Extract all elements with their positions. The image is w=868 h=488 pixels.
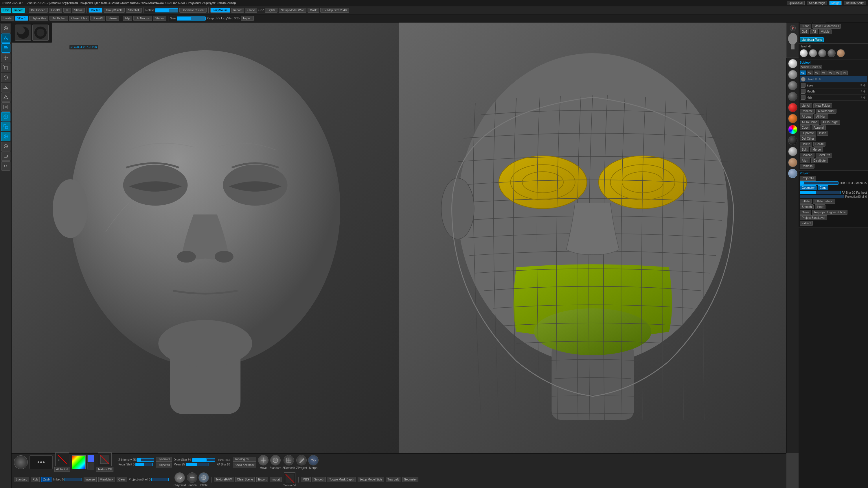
make-poly-btn[interactable]: Make PolyMesh3D — [812, 24, 841, 29]
menu-preferences[interactable]: Preferences — [112, 2, 128, 5]
rgb-btn[interactable]: Rgb — [31, 477, 40, 482]
clear-scene-btn[interactable]: Clear Scene — [235, 477, 255, 482]
hide-pt-btn[interactable]: HidePt — [49, 8, 62, 13]
geometry-btn[interactable]: Geometry — [800, 185, 816, 190]
auto-reorder-btn[interactable]: AutoReorder — [816, 109, 836, 113]
alpha-preview[interactable]: α — [55, 452, 69, 466]
view-mask-btn[interactable]: ViewMask — [98, 477, 115, 482]
double-btn[interactable]: Double — [89, 8, 102, 13]
starter-btn[interactable]: Starter — [153, 16, 166, 21]
uv-groups-btn[interactable]: Uv Groups — [133, 16, 152, 21]
dynamics-btn[interactable]: Dynamics — [156, 457, 172, 462]
standard-btn2[interactable]: Standard — [14, 477, 29, 482]
sidebar-local[interactable] — [1, 112, 10, 122]
pa-blur-slider[interactable] — [800, 191, 840, 194]
tray-left-btn[interactable]: Tray Left — [386, 477, 400, 482]
subtool-hair-gear[interactable]: ⚙ — [863, 96, 866, 99]
dist-rp-slider[interactable] — [800, 181, 838, 185]
backface-mask-btn[interactable]: BackFaceMask — [233, 462, 256, 467]
menu-move[interactable]: Move — [144, 2, 151, 5]
clone-tool-btn[interactable]: Clone — [800, 24, 811, 29]
lightbox-btn[interactable]: Lightbox▶Tools — [800, 37, 824, 42]
sidebar-zsub[interactable] — [1, 142, 10, 151]
outer-btn[interactable]: Outer — [800, 210, 811, 215]
smooth-rp-btn[interactable]: Smooth — [800, 204, 814, 209]
standard-brush-icon[interactable] — [270, 455, 281, 465]
sidebar-draw[interactable] — [1, 34, 10, 43]
mask-btn2[interactable]: Mask — [308, 8, 319, 13]
duplicate-btn[interactable]: Duplicate — [800, 131, 816, 136]
sidebar-game[interactable] — [1, 152, 10, 161]
menu-zplugin[interactable]: Zplugin — [205, 2, 214, 5]
mat-sphere-1[interactable] — [800, 49, 808, 57]
menu-light[interactable]: Light — [92, 2, 99, 5]
zremesh-icon[interactable] — [283, 455, 294, 465]
append-btn[interactable]: Append — [812, 125, 826, 130]
del-all-btn[interactable]: Del All — [813, 142, 826, 147]
divide-btn[interactable]: Divide — [1, 16, 14, 21]
merge-btn[interactable]: Merge — [829, 1, 841, 5]
distribute-btn[interactable]: Distribute — [811, 158, 828, 163]
del-other-btn[interactable]: Del Other — [800, 136, 816, 141]
align-btn[interactable]: Align — [800, 158, 810, 163]
bevel-pro-btn[interactable]: Bevel Pro — [816, 153, 832, 158]
mat-sphere-5[interactable] — [837, 49, 845, 57]
sidebar-zadd[interactable] — [1, 132, 10, 141]
setup-model-wire-btn[interactable]: Setup Model Wire — [279, 8, 306, 13]
geometry-bottom-btn[interactable]: Geometry — [402, 477, 418, 482]
subtool-mouth-gear[interactable]: ⚙ — [863, 90, 866, 93]
topological-btn[interactable]: Topological — [233, 457, 256, 462]
show-pt-btn[interactable]: ShowPt — [90, 16, 105, 21]
rename-btn[interactable]: Rename — [800, 109, 815, 113]
sidebar-floor[interactable] — [1, 83, 10, 92]
sidebar-persp[interactable] — [1, 93, 10, 102]
focal-shift-slider[interactable] — [135, 463, 153, 466]
boolean-btn[interactable]: Boolean — [800, 153, 814, 158]
copy-btn[interactable]: Copy — [800, 125, 810, 130]
texture-off-bottom-preview[interactable] — [284, 473, 296, 484]
projection-shell-slider[interactable] — [151, 478, 169, 481]
goz-tool-btn[interactable]: GoZ — [800, 29, 809, 34]
subtool-head[interactable]: Head ⚙ 👁 — [800, 76, 867, 83]
menu-tool[interactable]: Tool — [179, 2, 184, 5]
default-zscript-btn[interactable]: DefaultZScript — [844, 1, 866, 5]
import-btn[interactable]: Import — [12, 8, 25, 13]
subdiv-v5[interactable]: V5 — [828, 70, 834, 75]
sidebar-rotate[interactable] — [1, 73, 10, 82]
lights-btn[interactable]: Lights — [265, 8, 277, 13]
flatten-icon[interactable] — [187, 473, 197, 483]
zproject-icon[interactable] — [296, 455, 307, 465]
wireframe-head-view[interactable] — [399, 23, 786, 453]
mat-ball-black[interactable] — [788, 136, 797, 145]
close-holes-btn[interactable]: Close Holes — [69, 16, 89, 21]
main-viewport[interactable]: -0.428 -1.237 -0.296 — [11, 23, 786, 453]
remesh-btn[interactable]: Remesh — [800, 164, 814, 168]
all-tool-btn[interactable]: All — [810, 29, 818, 34]
all-low-btn[interactable]: All Low — [800, 114, 813, 119]
new-folder-btn[interactable]: New Folder — [813, 103, 832, 108]
draw-size-slider[interactable] — [192, 458, 215, 462]
stroke-btn[interactable]: Stroke — [106, 16, 119, 21]
insert-btn[interactable]: Insert — [817, 131, 828, 136]
menu-layer[interactable]: Layer — [82, 2, 89, 5]
del-hidden-btn[interactable]: Del Hidden — [29, 8, 48, 13]
sidebar-move[interactable] — [1, 53, 10, 62]
sidebar-frame[interactable] — [1, 102, 10, 111]
size-slider[interactable] — [177, 17, 206, 21]
merge-btn2[interactable]: Merge — [810, 147, 823, 152]
import-bottom-btn[interactable]: Import — [270, 477, 281, 482]
unit-btn[interactable]: Unit — [1, 8, 11, 13]
inflate-icon[interactable] — [198, 473, 209, 483]
sidebar-edit[interactable] — [1, 43, 10, 53]
brush-thumb-1[interactable] — [15, 25, 31, 41]
setup-model-side-btn[interactable]: Setup Model Side — [358, 477, 384, 482]
menu-file[interactable]: File — [65, 2, 69, 5]
menu-zscript[interactable]: Zscript — [218, 2, 226, 5]
mat-ball-gray2[interactable] — [788, 81, 797, 90]
smooth-bottom-btn[interactable]: Smooth — [312, 477, 326, 482]
inflate-rp-btn[interactable]: Inflate — [800, 199, 812, 204]
morph-icon[interactable] — [308, 455, 318, 465]
split-btn[interactable]: Split — [800, 147, 809, 152]
subdiv-v2[interactable]: V2 — [807, 70, 813, 75]
mat-ball-red[interactable] — [788, 103, 797, 112]
